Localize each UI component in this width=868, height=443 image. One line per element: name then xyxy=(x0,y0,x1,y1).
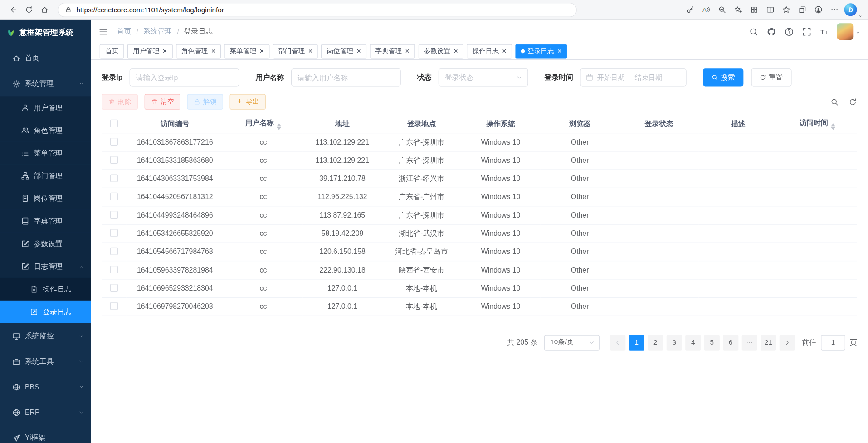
page-button-4[interactable]: 4 xyxy=(685,335,701,350)
sidebar-item-home[interactable]: 首页 xyxy=(0,45,91,71)
address-bar[interactable]: https://ccnetcore.com:1101/system/log/lo… xyxy=(58,2,577,17)
select-all-checkbox[interactable] xyxy=(110,120,118,127)
tab-operation-log[interactable]: 操作日志× xyxy=(467,44,512,58)
row-checkbox[interactable] xyxy=(110,248,118,255)
row-checkbox[interactable] xyxy=(110,211,118,219)
question-icon[interactable] xyxy=(784,27,794,36)
row-checkbox[interactable] xyxy=(110,156,118,164)
breadcrumb-item[interactable]: 首页 xyxy=(117,27,132,37)
row-checkbox[interactable] xyxy=(110,302,118,310)
row-checkbox[interactable] xyxy=(110,266,118,273)
fullscreen-icon[interactable] xyxy=(802,27,811,36)
tab-post-mgmt[interactable]: 岗位管理× xyxy=(321,44,366,58)
sidebar-item-login-log[interactable]: 登录日志 xyxy=(0,301,91,323)
search-icon[interactable] xyxy=(749,27,758,36)
extensions-icon[interactable] xyxy=(747,2,761,17)
close-icon[interactable]: × xyxy=(405,48,409,55)
tab-dict-mgmt[interactable]: 字典管理× xyxy=(370,44,415,58)
browser-refresh-button[interactable] xyxy=(21,2,36,17)
close-icon[interactable]: × xyxy=(308,48,312,55)
tab-dept-mgmt[interactable]: 部门管理× xyxy=(273,44,318,58)
close-icon[interactable]: × xyxy=(357,48,361,55)
page-size-select[interactable]: 10条/页 xyxy=(544,335,600,350)
browser-back-button[interactable] xyxy=(5,2,21,17)
row-checkbox[interactable] xyxy=(110,284,118,292)
pager-ellipsis[interactable]: ··· xyxy=(742,335,757,350)
clear-button[interactable]: 清空 xyxy=(145,94,180,110)
page-button-21[interactable]: 21 xyxy=(761,335,776,350)
status-select[interactable]: 登录状态 xyxy=(438,68,528,86)
tab-login-log[interactable]: 登录日志× xyxy=(515,44,567,58)
breadcrumb-item[interactable]: 系统管理 xyxy=(143,27,172,37)
more-icon[interactable] xyxy=(827,2,842,17)
column-header[interactable]: 用户名称 xyxy=(224,115,303,133)
star-plus-icon[interactable] xyxy=(731,2,746,17)
sidebar-item-system-monitor[interactable]: 系统监控 xyxy=(0,323,91,349)
row-checkbox[interactable] xyxy=(110,193,118,200)
tab-role-mgmt[interactable]: 角色管理× xyxy=(176,44,221,58)
lock-icon[interactable] xyxy=(65,6,72,13)
sidebar-item-role-mgmt[interactable]: 角色管理 xyxy=(0,119,91,141)
sort-caret-icon[interactable] xyxy=(831,123,835,130)
page-button-6[interactable]: 6 xyxy=(723,335,738,350)
refresh-icon[interactable] xyxy=(848,97,857,106)
reset-button[interactable]: 重置 xyxy=(751,68,791,86)
key-icon[interactable] xyxy=(683,2,697,17)
row-checkbox[interactable] xyxy=(110,138,118,146)
prev-page-button[interactable] xyxy=(610,335,625,350)
sidebar-item-yi-framework[interactable]: Yi框架 xyxy=(0,425,91,443)
tab-user-mgmt[interactable]: 用户管理× xyxy=(127,44,173,58)
github-icon[interactable] xyxy=(766,27,776,36)
zoom-icon[interactable] xyxy=(715,2,729,17)
sidebar-item-param-settings[interactable]: 参数设置 xyxy=(0,233,91,255)
page-jump-input[interactable] xyxy=(821,335,845,350)
page-button-1[interactable]: 1 xyxy=(629,335,644,350)
avatar[interactable] xyxy=(837,23,853,40)
delete-button[interactable]: 删除 xyxy=(102,94,138,110)
profile-icon[interactable] xyxy=(811,2,826,17)
close-icon[interactable]: × xyxy=(454,48,458,55)
sidebar-item-menu-mgmt[interactable]: 菜单管理 xyxy=(0,141,91,164)
read-aloud-icon[interactable]: A xyxy=(699,2,713,17)
font-size-icon[interactable]: TT xyxy=(819,27,829,36)
column-header[interactable]: 访问时间 xyxy=(778,115,857,133)
close-icon[interactable]: × xyxy=(163,48,167,55)
page-button-2[interactable]: 2 xyxy=(648,335,663,350)
date-range-picker[interactable]: 开始日期 - 结束日期 xyxy=(580,68,686,86)
sidebar-item-log-mgmt[interactable]: 日志管理 xyxy=(0,255,91,278)
search-button[interactable]: 搜索 xyxy=(703,68,743,86)
page-button-3[interactable]: 3 xyxy=(667,335,682,350)
split-screen-icon[interactable] xyxy=(763,2,778,17)
search-icon[interactable] xyxy=(830,97,839,106)
export-button[interactable]: 导出 xyxy=(230,94,266,110)
tab-menu-mgmt[interactable]: 菜单管理× xyxy=(224,44,270,58)
sidebar-item-operation-log[interactable]: 操作日志 xyxy=(0,278,91,301)
tab-home[interactable]: 首页 xyxy=(100,44,124,58)
sidebar-item-system-mgmt[interactable]: 系统管理 xyxy=(0,71,91,96)
sidebar-item-bbs[interactable]: BBS xyxy=(0,374,91,399)
tab-param-settings[interactable]: 参数设置× xyxy=(418,44,463,58)
sidebar-item-system-tools[interactable]: 系统工具 xyxy=(0,349,91,374)
sort-caret-icon[interactable] xyxy=(277,123,281,130)
next-page-button[interactable] xyxy=(780,335,795,350)
close-icon[interactable]: × xyxy=(211,48,215,55)
collections-icon[interactable] xyxy=(795,2,809,17)
collapse-sidebar-button[interactable] xyxy=(98,27,108,36)
sidebar-item-erp[interactable]: ERP xyxy=(0,399,91,425)
sidebar-item-user-mgmt[interactable]: 用户管理 xyxy=(0,96,91,119)
unlock-button[interactable]: 解锁 xyxy=(187,94,223,110)
close-icon[interactable]: × xyxy=(557,48,561,55)
row-checkbox[interactable] xyxy=(110,229,118,237)
page-button-5[interactable]: 5 xyxy=(704,335,720,350)
sidebar-item-dept-mgmt[interactable]: 部门管理 xyxy=(0,165,91,187)
row-checkbox[interactable] xyxy=(110,175,118,182)
close-icon[interactable]: × xyxy=(502,48,506,55)
login-ip-input[interactable] xyxy=(129,68,239,86)
sidebar-item-dict-mgmt[interactable]: 字典管理 xyxy=(0,210,91,233)
close-icon[interactable]: × xyxy=(260,48,264,55)
star-icon[interactable] xyxy=(779,2,794,17)
browser-home-button[interactable] xyxy=(37,2,52,17)
username-input[interactable] xyxy=(291,68,401,86)
copilot-icon[interactable]: b xyxy=(844,3,857,16)
copilot-caret-icon[interactable]: ⌄ xyxy=(858,12,863,19)
